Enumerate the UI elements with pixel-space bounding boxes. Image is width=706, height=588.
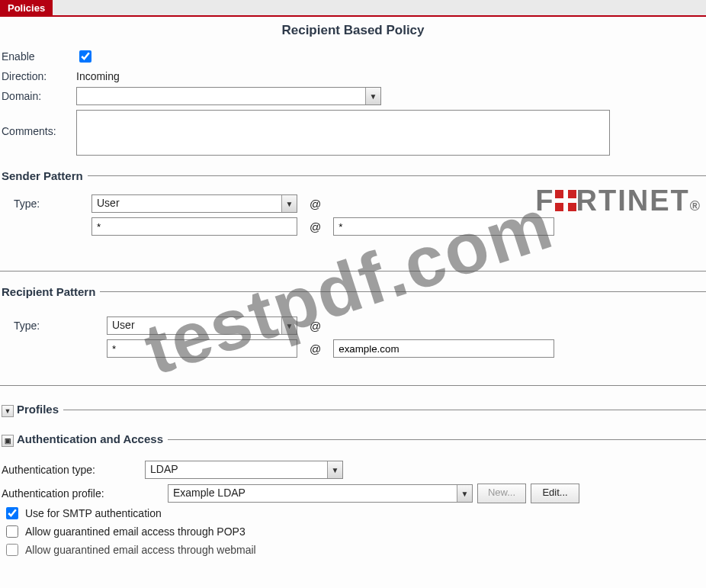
recipient-user-input[interactable]: [107, 339, 297, 358]
edit-button[interactable]: Edit...: [531, 484, 579, 503]
pop3-access-label: Allow guarantined email access through P…: [25, 525, 245, 538]
pop3-access-checkbox[interactable]: [6, 525, 18, 538]
chevron-down-icon: ▼: [365, 88, 380, 104]
recipient-pattern-legend: Recipient Pattern: [0, 285, 100, 298]
chevron-down-icon: ▼: [281, 317, 297, 334]
recipient-type-value: User: [108, 317, 281, 334]
domain-select-value: [77, 88, 365, 104]
sender-user-input[interactable]: [91, 217, 297, 236]
at-icon: @: [310, 198, 321, 210]
profiles-legend: ▼Profiles: [0, 403, 63, 417]
new-button[interactable]: New...: [477, 484, 526, 503]
recipient-domain-input[interactable]: [333, 339, 554, 358]
at-icon: @: [310, 320, 321, 333]
page-title: Recipient Based Policy: [0, 23, 706, 38]
auth-profile-label: Authentication profile:: [0, 487, 145, 500]
sender-type-select[interactable]: User ▼: [91, 194, 297, 213]
webmail-access-label: Allow guarantined email access through w…: [25, 544, 256, 556]
smtp-auth-checkbox[interactable]: [6, 507, 18, 519]
sender-domain-input[interactable]: [333, 217, 554, 236]
sender-type-value: User: [92, 195, 281, 212]
domain-label: Domain:: [0, 90, 76, 102]
auth-profile-select[interactable]: Example LDAP ▼: [168, 484, 473, 503]
direction-value: Incoming: [76, 70, 120, 82]
profiles-fieldset: ▼Profiles: [0, 403, 706, 425]
enable-checkbox[interactable]: [79, 50, 91, 63]
recipient-type-label: Type:: [0, 320, 91, 332]
chevron-down-icon[interactable]: ▼: [2, 405, 14, 417]
comments-textarea[interactable]: [76, 110, 610, 156]
chevron-down-icon: ▼: [327, 461, 342, 478]
auth-legend: ▣Authentication and Access: [0, 432, 168, 447]
auth-profile-value: Example LDAP: [168, 485, 457, 502]
collapse-icon[interactable]: ▣: [2, 435, 14, 447]
chevron-down-icon: ▼: [457, 485, 472, 502]
recipient-type-select[interactable]: User ▼: [107, 316, 297, 335]
sender-pattern-legend: Sender Pattern: [0, 169, 88, 182]
auth-type-select[interactable]: LDAP ▼: [145, 461, 343, 479]
direction-label: Direction:: [0, 70, 76, 82]
webmail-access-checkbox[interactable]: [6, 544, 18, 556]
enable-label: Enable: [0, 50, 76, 63]
auth-type-value: LDAP: [146, 461, 327, 478]
tab-policies[interactable]: Policies: [0, 0, 53, 17]
sender-pattern-fieldset: Sender Pattern Type: User ▼ @ @: [0, 169, 706, 240]
chevron-down-icon: ▼: [281, 195, 297, 212]
at-icon: @: [310, 220, 321, 233]
tab-bar: Policies: [0, 0, 706, 17]
auth-type-label: Authentication type:: [0, 464, 145, 476]
sender-type-label: Type:: [0, 198, 91, 210]
smtp-auth-label: Use for SMTP authentication: [25, 507, 162, 519]
at-icon: @: [310, 342, 321, 355]
domain-select[interactable]: ▼: [76, 87, 381, 105]
auth-fieldset: ▣Authentication and Access Authenticatio…: [0, 432, 706, 560]
recipient-pattern-fieldset: Recipient Pattern Type: User ▼ @ @: [0, 285, 706, 362]
comments-label: Comments:: [0, 110, 76, 137]
